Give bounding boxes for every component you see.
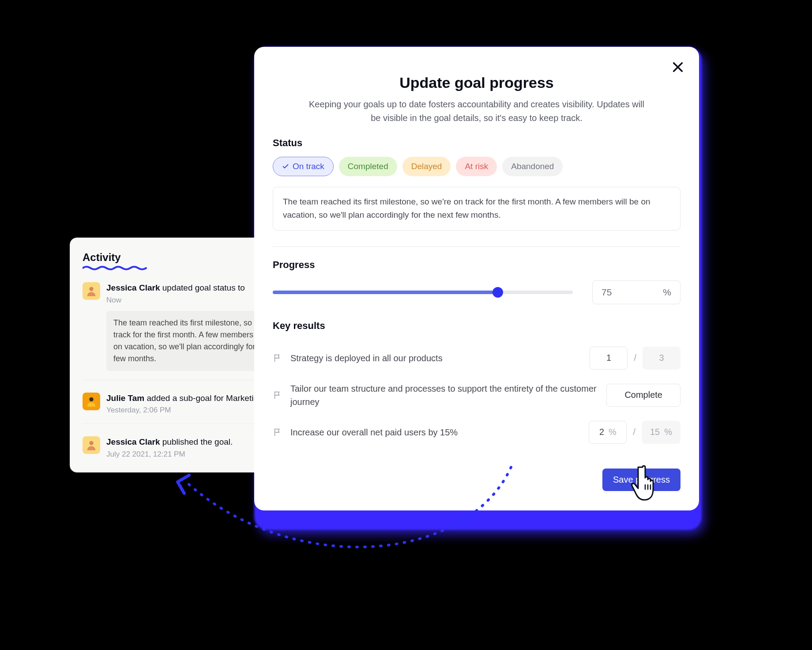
activity-title: Activity bbox=[83, 251, 121, 270]
kr-current-input[interactable]: 1 bbox=[590, 347, 628, 370]
key-result-text: Strategy is deployed in all our products bbox=[290, 351, 582, 365]
svg-point-1 bbox=[89, 397, 93, 401]
svg-point-2 bbox=[89, 441, 93, 445]
progress-label: Progress bbox=[273, 259, 680, 271]
status-chip-on-track[interactable]: On track bbox=[273, 157, 334, 176]
update-goal-modal: Update goal progress Keeping your goals … bbox=[254, 47, 699, 510]
status-chip-abandoned[interactable]: Abandoned bbox=[502, 157, 563, 176]
flag-icon bbox=[273, 427, 282, 437]
status-label: Status bbox=[273, 137, 680, 149]
kr-target-value: 15% bbox=[642, 421, 680, 444]
avatar bbox=[83, 393, 100, 410]
key-results-label: Key results bbox=[273, 320, 680, 332]
pointer-cursor-icon bbox=[630, 463, 665, 507]
wavy-underline-icon bbox=[83, 265, 149, 271]
activity-time: Now bbox=[106, 296, 245, 305]
slash-separator: / bbox=[633, 427, 635, 437]
key-result-text: Tailor our team structure and processes … bbox=[290, 382, 598, 408]
svg-point-0 bbox=[89, 287, 93, 291]
progress-slider[interactable] bbox=[273, 291, 573, 294]
kr-current-input[interactable]: 2% bbox=[589, 421, 627, 444]
kr-target-value: 3 bbox=[643, 347, 680, 370]
avatar bbox=[83, 436, 100, 454]
status-chip-at-risk[interactable]: At risk bbox=[456, 157, 497, 176]
modal-title: Update goal progress bbox=[273, 74, 680, 91]
modal-subtitle: Keeping your goals up to date fosters ac… bbox=[307, 98, 647, 125]
slider-thumb-icon[interactable] bbox=[492, 287, 503, 298]
close-icon[interactable] bbox=[672, 61, 684, 73]
kr-complete-button[interactable]: Complete bbox=[606, 384, 680, 407]
activity-time: Yesterday, 2:06 PM bbox=[106, 406, 265, 415]
status-note-input[interactable]: The team reached its first milestone, so… bbox=[273, 187, 680, 231]
slash-separator: / bbox=[634, 353, 636, 363]
key-result-row: Tailor our team structure and processes … bbox=[273, 376, 680, 415]
status-chip-delayed[interactable]: Delayed bbox=[402, 157, 451, 176]
activity-text: Jessica Clark updated goal status to bbox=[106, 282, 245, 294]
status-chip-completed[interactable]: Completed bbox=[339, 157, 397, 176]
activity-text: Julie Tam added a sub-goal for Marketing… bbox=[106, 393, 265, 404]
key-result-text: Increase our overall net paid users by 1… bbox=[290, 426, 581, 439]
activity-text: Jessica Clark published the goal. bbox=[106, 436, 233, 448]
status-chip-group: On track Completed Delayed At risk Aband… bbox=[273, 157, 680, 176]
key-result-row: Increase our overall net paid users by 1… bbox=[273, 415, 680, 450]
avatar bbox=[83, 282, 100, 300]
flag-icon bbox=[273, 353, 282, 363]
connector-arrow-icon bbox=[158, 454, 520, 586]
key-result-row: Strategy is deployed in all our products… bbox=[273, 340, 680, 376]
check-icon bbox=[282, 163, 289, 170]
progress-value-input[interactable]: 75 % bbox=[592, 280, 680, 304]
flag-icon bbox=[273, 390, 282, 400]
